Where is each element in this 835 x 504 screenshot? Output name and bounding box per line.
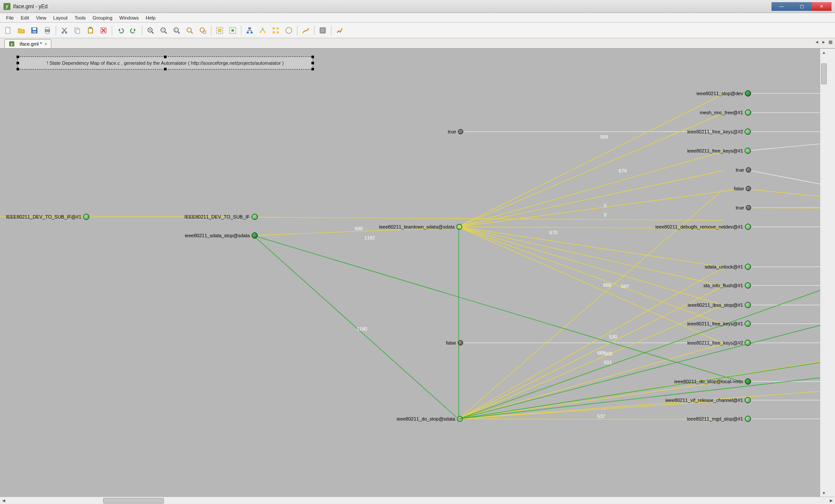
svg-point-50 [285, 30, 287, 31]
svg-point-48 [291, 30, 293, 31]
tab-next-icon[interactable]: ► [822, 40, 826, 44]
open-file-icon[interactable] [16, 25, 27, 36]
graph-node[interactable]: mesh_rmc_free@#1 [700, 109, 751, 116]
graph-node[interactable]: true [736, 205, 751, 210]
resize-handle[interactable] [311, 56, 314, 58]
window-titlebar: y iface.gml - yEd — ▢ ✕ [0, 0, 835, 13]
resize-handle[interactable] [17, 68, 19, 70]
resize-handle[interactable] [17, 62, 19, 64]
tab-close-icon[interactable]: × [44, 41, 47, 46]
note-box[interactable]: ! State Dependency Map of iface.c , gene… [17, 56, 313, 70]
zoom-in-icon[interactable] [145, 25, 156, 36]
graph-node[interactable]: sta_info_flush@#1 [703, 282, 751, 288]
menu-layout[interactable]: Layout [50, 14, 71, 22]
svg-line-103 [459, 268, 723, 419]
graph-node[interactable]: true [448, 129, 463, 134]
graph-node[interactable]: ieee80211_free_keys@#2 [687, 129, 751, 135]
zoom-selection-icon[interactable] [197, 25, 208, 36]
tab-list-icon[interactable]: ▦ [828, 40, 832, 44]
close-button[interactable]: ✕ [812, 2, 832, 11]
scroll-down-icon[interactable]: ▼ [820, 489, 828, 497]
group-icon[interactable] [317, 25, 328, 36]
redo-icon[interactable] [128, 25, 139, 36]
delete-icon[interactable] [98, 25, 109, 36]
svg-line-101 [459, 382, 828, 419]
scroll-track[interactable] [821, 63, 827, 482]
node-label: ieee80211_teardown_sdata@sdata [379, 224, 455, 229]
graph-node[interactable]: true [736, 167, 751, 172]
scroll-thumb[interactable] [103, 498, 164, 504]
scroll-track[interactable] [7, 497, 828, 504]
layout-circular-icon[interactable] [283, 25, 294, 36]
undo-icon[interactable] [115, 25, 126, 36]
node-dot [745, 340, 751, 346]
graph-node[interactable]: false [734, 186, 751, 191]
graph-node[interactable]: ieee80211_sdata_stop@sdata [185, 232, 257, 239]
resize-handle[interactable] [164, 68, 167, 70]
tab-iface[interactable]: y iface.gml * × [4, 39, 51, 48]
node-label: ieee80211_mgd_stop@#1 [687, 416, 743, 421]
graph-node[interactable]: ieee80211_free_keys@#1 [687, 321, 751, 327]
node-dot [745, 321, 751, 327]
print-icon[interactable] [42, 25, 53, 36]
graph-node[interactable]: IEEE80211_DEV_TO_SUB_IF [184, 214, 257, 220]
graph-node[interactable]: ieee80211_mgd_stop@#1 [687, 416, 751, 422]
graph-canvas[interactable]: ! State Dependency Map of iface.c , gene… [0, 49, 828, 497]
graph-node[interactable]: IEEE80211_DEV_TO_SUB_IF@#1 [6, 214, 89, 220]
graph-node[interactable]: ieee80211_free_keys@#2 [687, 340, 751, 346]
zoom-fit-icon[interactable] [184, 25, 195, 36]
graph-node[interactable]: false [446, 340, 463, 345]
cut-icon[interactable] [59, 25, 70, 36]
settings-icon[interactable] [334, 25, 345, 36]
copy-icon[interactable] [72, 25, 83, 36]
graph-node[interactable]: ieee80211_free_keys@#1 [687, 148, 751, 154]
layout-orthogonal-icon[interactable] [270, 25, 281, 36]
graph-node[interactable]: ieee80211_debugfs_remove_netdev@#1 [655, 224, 751, 230]
resize-handle[interactable] [164, 56, 167, 58]
resize-handle[interactable] [311, 68, 314, 70]
graph-node[interactable]: ieee80211_do_stop@local->mtx [674, 378, 751, 385]
zoom-reset-icon[interactable]: 1 [171, 25, 182, 36]
horizontal-scrollbar[interactable]: ◀ ▶ [0, 497, 835, 504]
scroll-right-icon[interactable]: ▶ [828, 497, 835, 504]
resize-handle[interactable] [17, 56, 19, 58]
graph-node[interactable]: ieee80211_do_stop@sdata [397, 416, 463, 422]
paste-icon[interactable] [85, 25, 96, 36]
maximize-button[interactable]: ▢ [792, 2, 812, 11]
menu-tools[interactable]: Tools [71, 14, 89, 22]
new-file-icon[interactable] [3, 25, 14, 36]
svg-line-94 [458, 227, 722, 324]
svg-line-86 [458, 171, 722, 227]
layout-organic-icon[interactable] [257, 25, 268, 36]
vertical-scrollbar[interactable]: ▲ ▼ [820, 49, 828, 497]
edge-weight-label: 0 [604, 203, 606, 208]
menu-edit[interactable]: Edit [17, 14, 33, 22]
toolbar-separator [297, 26, 297, 35]
svg-rect-43 [277, 27, 279, 30]
menu-view[interactable]: View [33, 14, 50, 22]
save-icon[interactable] [29, 25, 40, 36]
scroll-left-icon[interactable]: ◀ [0, 497, 7, 504]
menu-grouping[interactable]: Grouping [89, 14, 116, 22]
zoom-out-icon[interactable] [158, 25, 169, 36]
menu-help[interactable]: Help [142, 14, 159, 22]
svg-text:1: 1 [175, 29, 177, 32]
layout-hierarchic-icon[interactable] [244, 25, 255, 36]
graph-node[interactable]: ieee80211_stop@dev [697, 90, 751, 96]
menu-file[interactable]: File [3, 14, 17, 22]
graph-node[interactable]: ieee80211_teardown_sdata@sdata [379, 224, 463, 230]
edge-router-icon[interactable] [300, 25, 311, 36]
tab-prev-icon[interactable]: ◄ [815, 40, 819, 44]
svg-point-40 [260, 31, 261, 33]
fit-content-icon[interactable] [214, 25, 225, 36]
resize-handle[interactable] [311, 62, 314, 64]
graph-node[interactable]: ieee80211_ibss_stop@#1 [688, 302, 751, 308]
graph-node[interactable]: ieee80211_vif_release_channel@#1 [665, 397, 751, 403]
scroll-thumb[interactable] [821, 63, 827, 84]
menu-windows[interactable]: Windows [116, 14, 142, 22]
fit-selection-icon[interactable] [227, 25, 238, 36]
graph-node[interactable]: sdata_unlock@#1 [705, 264, 751, 270]
svg-line-106 [459, 325, 723, 419]
minimize-button[interactable]: — [772, 2, 792, 11]
scroll-up-icon[interactable]: ▲ [820, 49, 828, 56]
